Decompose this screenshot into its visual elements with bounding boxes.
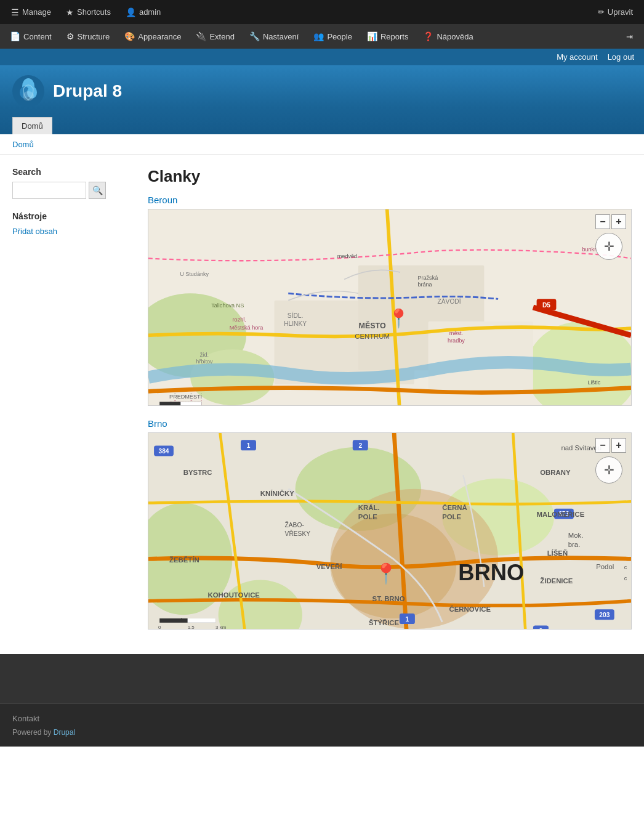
reports-icon: 📊 xyxy=(367,31,377,41)
svg-text:SÍDL.: SÍDL. xyxy=(288,312,304,319)
svg-text:D5: D5 xyxy=(542,302,550,309)
compass-icon: ✛ xyxy=(604,463,614,477)
svg-text:1.5: 1.5 xyxy=(188,625,195,629)
brno-zoom-out[interactable]: − xyxy=(595,438,610,453)
svg-point-7 xyxy=(190,349,274,405)
nav-appearance[interactable]: 🎨 Appearance xyxy=(117,24,188,49)
extend-label: Extend xyxy=(209,32,234,41)
nav-content[interactable]: 📄 Content xyxy=(2,24,59,49)
site-header: Drupal 8 Domů xyxy=(0,65,644,134)
svg-text:VŘESKY: VŘESKY xyxy=(285,530,311,537)
nav-structure[interactable]: ⚙ Structure xyxy=(59,24,118,49)
footer: Kontakt Powered by Drupal xyxy=(0,703,644,747)
svg-text:bunkr: bunkr xyxy=(582,246,596,253)
svg-text:POLE: POLE xyxy=(358,513,377,520)
beroun-title[interactable]: Beroun xyxy=(148,195,632,205)
svg-text:Městská hora: Městská hora xyxy=(230,325,264,331)
svg-text:384: 384 xyxy=(158,448,169,455)
beroun-map-svg: D5 MĚSTO CENTRUM SÍDL. HLINKY ZÁVODÍ žid… xyxy=(148,209,631,405)
shortcuts-button[interactable]: ★ Shortcuts xyxy=(60,0,117,24)
my-account-link[interactable]: My account xyxy=(557,52,597,62)
structure-label: Structure xyxy=(78,32,110,41)
upravit-button[interactable]: ✏ Upravit xyxy=(592,7,639,17)
search-button[interactable]: 🔍 xyxy=(89,182,106,199)
svg-text:hřbitov: hřbitov xyxy=(196,358,213,365)
domy-nav-button[interactable]: Domů xyxy=(12,117,52,134)
site-brand: Drupal 8 xyxy=(12,75,632,117)
svg-text:Pražská: Pražská xyxy=(417,275,438,281)
user-icon: 👤 xyxy=(126,7,136,17)
nav-collapse-button[interactable]: ⇥ xyxy=(622,24,637,49)
svg-text:KOHOUTOVICE: KOHOUTOVICE xyxy=(208,591,260,599)
admin-label: admin xyxy=(139,7,161,17)
nav-nastaveni[interactable]: 🔧 Nastavení xyxy=(242,24,307,49)
svg-text:OBRANY: OBRANY xyxy=(540,469,571,476)
beroun-map: D5 MĚSTO CENTRUM SÍDL. HLINKY ZÁVODÍ žid… xyxy=(148,209,632,406)
brno-zoom-in[interactable]: + xyxy=(611,438,626,453)
search-block: Search 🔍 xyxy=(12,167,135,199)
svg-text:📍: 📍 xyxy=(374,562,398,585)
brno-title[interactable]: Brno xyxy=(148,418,632,429)
nav-reports[interactable]: 📊 Reports xyxy=(360,24,416,49)
account-bar: My account Log out xyxy=(0,49,644,65)
nastaveni-icon: 🔧 xyxy=(249,31,260,41)
napoveda-label: Nápověda xyxy=(437,32,473,41)
main-content: Clanky Beroun xyxy=(148,167,632,642)
manage-button[interactable]: ☰ Manage xyxy=(5,0,57,24)
beroun-zoom-in[interactable]: + xyxy=(611,214,626,229)
svg-text:ŽIDENICE: ŽIDENICE xyxy=(540,577,573,585)
admin-user-button[interactable]: 👤 admin xyxy=(119,0,167,24)
footer-spacer xyxy=(0,654,644,703)
svg-text:hradby: hradby xyxy=(448,338,465,344)
nav-people[interactable]: 👥 People xyxy=(306,24,359,49)
brno-zoom-controls: − + xyxy=(595,438,626,453)
search-input[interactable] xyxy=(12,182,86,199)
svg-text:LÍŠEŇ: LÍŠEŇ xyxy=(547,549,568,557)
article-beroun: Beroun xyxy=(148,195,632,406)
structure-icon: ⚙ xyxy=(66,31,74,41)
breadcrumb-home[interactable]: Domů xyxy=(12,140,34,149)
footer-powered: Powered by Drupal xyxy=(12,728,632,737)
svg-text:medvěd.: medvěd. xyxy=(337,253,359,259)
site-title: Drupal 8 xyxy=(53,81,122,101)
svg-text:BRNO: BRNO xyxy=(458,560,524,585)
beroun-zoom-out[interactable]: − xyxy=(595,214,610,229)
svg-text:1: 1 xyxy=(406,616,409,623)
svg-text:žid.: žid. xyxy=(200,352,209,358)
tools-title: Nástroje xyxy=(12,211,135,221)
svg-text:ČERNÁ: ČERNÁ xyxy=(442,504,467,511)
log-out-link[interactable]: Log out xyxy=(608,52,634,62)
svg-text:KRÁL.: KRÁL. xyxy=(358,504,380,511)
page-title: Clanky xyxy=(148,167,632,186)
drupal-link[interactable]: Drupal xyxy=(54,728,75,737)
svg-text:ST. BRNO: ST. BRNO xyxy=(372,595,405,602)
brno-compass[interactable]: ✛ xyxy=(595,456,622,484)
powered-by-text: Powered by xyxy=(12,728,51,737)
appearance-icon: 🎨 xyxy=(124,31,135,41)
nav-extend[interactable]: 🔌 Extend xyxy=(188,24,241,49)
svg-text:1: 1 xyxy=(247,442,251,449)
admin-top-bar: ☰ Manage ★ Shortcuts 👤 admin ✏ Upravit xyxy=(0,0,644,24)
breadcrumb: Domů xyxy=(0,134,644,155)
site-nav: Domů xyxy=(12,117,632,134)
svg-text:MĚSTO: MĚSTO xyxy=(359,321,386,330)
search-icon: 🔍 xyxy=(92,185,103,195)
brno-map-svg: 2 1 1 373 384 nad Svitavou OBRANY BYSTRC… xyxy=(148,433,631,629)
svg-text:brána: brána xyxy=(417,281,432,288)
tools-block: Nástroje Přidat obsah xyxy=(12,211,135,236)
svg-text:2: 2 xyxy=(358,442,362,449)
svg-text:Lištic: Lištic xyxy=(588,379,601,386)
svg-text:Talichova NS: Talichova NS xyxy=(211,302,244,309)
svg-text:CENTRUM: CENTRUM xyxy=(355,333,390,340)
content-icon: 📄 xyxy=(10,31,20,41)
nav-napoveda[interactable]: ❓ Nápověda xyxy=(416,24,480,49)
edit-icon: ✏ xyxy=(598,7,605,17)
add-content-link[interactable]: Přidat obsah xyxy=(12,227,57,236)
svg-text:Mok.: Mok. xyxy=(568,532,584,539)
beroun-compass[interactable]: ✛ xyxy=(595,233,622,260)
svg-text:ŠTÝŘICE: ŠTÝŘICE xyxy=(369,619,400,626)
svg-text:ŽEBĚTÍN: ŽEBĚTÍN xyxy=(169,556,199,564)
menu-icon: ☰ xyxy=(11,7,19,17)
svg-text:bra.: bra. xyxy=(568,541,581,548)
reports-label: Reports xyxy=(380,32,409,41)
